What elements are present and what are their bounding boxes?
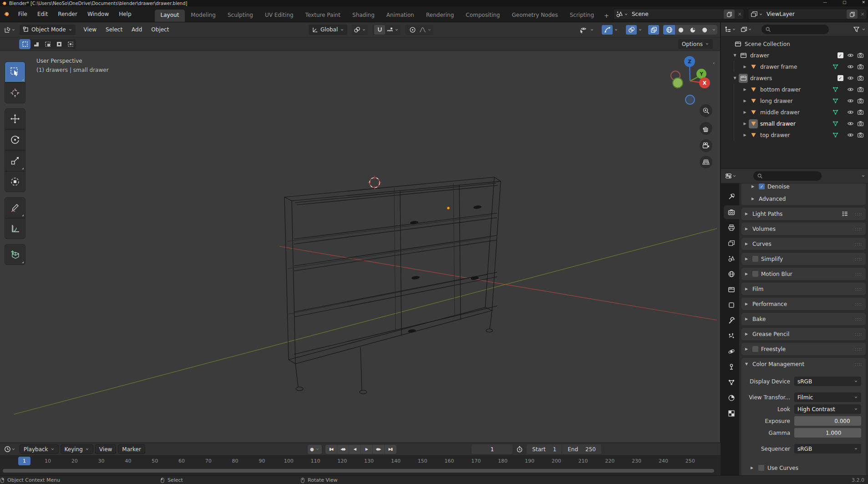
outliner-row[interactable]: ▶ small drawer <box>721 118 868 129</box>
panel-header[interactable]: ▶ Motion Blur :::: <box>741 268 866 280</box>
cursor-tool[interactable] <box>5 82 25 103</box>
disable-render-camera-icon[interactable] <box>857 52 864 59</box>
shading-rendered-button[interactable] <box>699 25 711 35</box>
panel-checkbox[interactable] <box>752 346 758 352</box>
select-extend-button[interactable] <box>30 39 42 49</box>
hide-viewport-eye-icon[interactable] <box>847 97 854 104</box>
outliner-item-label[interactable]: drawer frame <box>758 64 797 70</box>
menu-item[interactable]: File <box>13 9 32 19</box>
frame-end-field[interactable]: End 250 <box>562 444 601 454</box>
scene-selector[interactable]: Scene ✕ <box>613 9 744 20</box>
viewport-menu-item[interactable]: Select <box>101 25 127 35</box>
disable-render-camera-icon[interactable] <box>857 109 864 116</box>
transform-orientation-selector[interactable]: Global <box>309 25 347 35</box>
orthographic-toggle-button[interactable] <box>700 156 712 168</box>
hide-viewport-eye-icon[interactable] <box>847 75 854 82</box>
hide-viewport-eye-icon[interactable] <box>847 132 854 138</box>
hide-viewport-eye-icon[interactable] <box>847 86 854 93</box>
outliner-item-label[interactable]: long drawer <box>758 98 793 104</box>
select-subtract-button[interactable] <box>42 39 53 49</box>
viewport-menu-item[interactable]: View <box>79 25 101 35</box>
viewport-canvas[interactable]: User Perspective (1) drawers | small dra… <box>0 51 720 443</box>
titlebar[interactable]: Blender* [C:\Users\NeoSo\OneDrive\Docume… <box>0 0 868 6</box>
select-set-button[interactable] <box>19 39 30 49</box>
chevron-down-icon[interactable] <box>638 28 642 32</box>
view-layer-name[interactable]: ViewLayer <box>764 11 847 17</box>
drag-grip-icon[interactable]: :::: <box>855 257 862 261</box>
use-curves-subpanel[interactable]: ▶ Use Curves <box>741 462 866 474</box>
editor-type-button[interactable] <box>3 25 17 34</box>
properties-tab[interactable] <box>724 360 739 374</box>
properties-tab[interactable] <box>724 391 739 405</box>
select-difference-button[interactable] <box>53 39 65 49</box>
current-frame-marker[interactable]: 1 <box>18 457 30 465</box>
transport-button[interactable]: ◆▶ <box>373 445 385 454</box>
property-dropdown[interactable]: High Contrast <box>794 404 861 414</box>
outliner-item-label[interactable]: top drawer <box>758 132 790 138</box>
timeline-menu[interactable]: View <box>95 444 116 454</box>
view-layer-selector[interactable]: ViewLayer ✕ <box>748 9 867 20</box>
outliner-display-mode[interactable] <box>723 25 737 34</box>
current-frame-field[interactable]: 1 <box>472 444 513 454</box>
panel-expand-icon[interactable]: ▶ <box>751 466 755 470</box>
timeline-menu[interactable]: Playback <box>20 444 59 454</box>
outliner-row[interactable]: Scene Collection <box>721 38 868 50</box>
chevron-down-icon[interactable] <box>862 27 866 31</box>
snap-toggle[interactable] <box>374 25 385 35</box>
collapse-arrow-icon[interactable]: ▶ <box>741 133 749 137</box>
panel-expand-icon[interactable]: ▶ <box>745 287 750 291</box>
drag-grip-icon[interactable]: :::: <box>855 332 862 336</box>
select-box-tool[interactable] <box>5 61 25 82</box>
minimize-button[interactable]: — <box>823 0 827 5</box>
transport-button[interactable]: ▶ <box>361 445 373 454</box>
expand-arrow-icon[interactable]: ▼ <box>731 76 739 80</box>
unlink-scene-button[interactable]: ✕ <box>736 11 744 17</box>
property-dropdown[interactable]: sRGB <box>794 377 861 386</box>
shading-wireframe-button[interactable] <box>663 25 675 35</box>
shading-solid-button[interactable] <box>675 25 687 35</box>
shading-material-button[interactable] <box>687 25 699 35</box>
panel-expand-icon[interactable]: ▶ <box>745 212 750 216</box>
collapse-arrow-icon[interactable]: ▶ <box>741 87 749 92</box>
panel-expand-icon[interactable]: ▶ <box>745 317 750 321</box>
drag-grip-icon[interactable]: :::: <box>855 272 862 276</box>
properties-tab[interactable] <box>724 407 739 420</box>
drag-grip-icon[interactable]: :::: <box>855 362 862 367</box>
collapse-arrow-icon[interactable]: ▶ <box>741 122 749 126</box>
new-scene-button[interactable] <box>724 10 735 19</box>
outliner-item-label[interactable]: bottom drawer <box>758 87 801 93</box>
options-button[interactable]: Options <box>678 39 713 49</box>
viewport-menu-item[interactable]: Object <box>147 25 173 35</box>
collapse-arrow-icon[interactable]: ▶ <box>741 65 749 69</box>
outliner-item-label[interactable]: drawer <box>748 52 769 59</box>
properties-editor-type-button[interactable] <box>724 172 738 180</box>
hide-viewport-eye-icon[interactable] <box>847 63 854 70</box>
overlays-toggle[interactable] <box>626 25 637 35</box>
panel-header[interactable]: ▶ Freestyle :::: <box>741 343 866 355</box>
move-tool[interactable] <box>5 108 25 129</box>
show-gizmo-visibility-toggle[interactable] <box>578 25 589 35</box>
panel-header[interactable]: ▶ Light Paths :::: <box>741 208 866 220</box>
presets-list-icon[interactable] <box>842 210 848 217</box>
outliner-filter-mode[interactable] <box>739 25 753 34</box>
disable-render-camera-icon[interactable] <box>857 120 864 127</box>
drag-grip-icon[interactable]: :::: <box>855 317 862 321</box>
viewport-menu-item[interactable]: Add <box>127 25 147 35</box>
pivot-point-selector[interactable] <box>352 25 368 35</box>
drag-grip-icon[interactable]: :::: <box>855 212 862 216</box>
chevron-down-icon[interactable] <box>395 28 399 32</box>
drag-grip-icon[interactable]: :::: <box>855 302 862 306</box>
chevron-down-icon[interactable] <box>759 12 763 16</box>
workspace-tab[interactable]: UV Editing <box>259 10 299 22</box>
timeline-editor-type-button[interactable] <box>3 445 17 453</box>
snap-target-icon[interactable] <box>386 26 393 33</box>
zoom-view-button[interactable] <box>700 104 712 117</box>
transport-button[interactable]: ▮◀ <box>325 445 337 454</box>
panel-expand-icon[interactable]: ▶ <box>745 257 750 261</box>
maximize-button[interactable]: ▢ <box>843 0 847 5</box>
property-slider[interactable]: 1.000 <box>794 428 861 438</box>
outliner-row[interactable]: ▶ top drawer <box>721 129 868 141</box>
use-curves-checkbox[interactable] <box>758 465 764 471</box>
falloff-curve-icon[interactable] <box>419 26 426 33</box>
properties-tab[interactable] <box>724 329 739 343</box>
